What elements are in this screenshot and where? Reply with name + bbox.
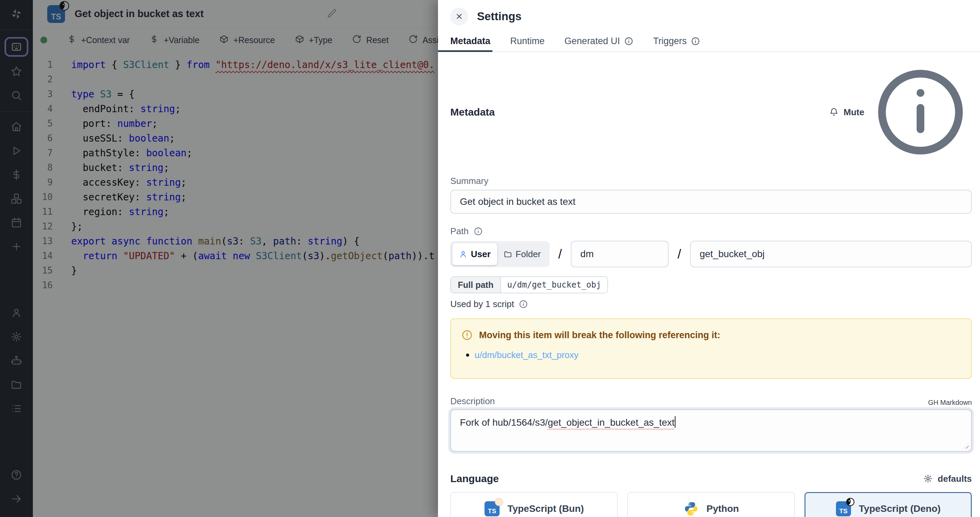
bullet [466,354,469,357]
referencing-script-link[interactable]: u/dm/bucket_as_txt_proxy [475,350,579,360]
path-owner-value: dm [580,249,594,260]
tab-metadata[interactable]: Metadata [450,31,490,51]
full-path-label: Full path [451,277,501,293]
settings-tabs: MetadataRuntimeGenerated UITriggers [438,31,980,52]
mute-info-icon[interactable] [869,61,972,163]
text-caret [675,416,675,428]
page: TS Get object in bucket as text +Context… [0,0,980,517]
path-separator: / [558,247,562,262]
full-path-value: u/dm/get_bucket_obj [501,277,608,293]
summary-label: Summary [450,176,972,186]
language-card-label: TypeScript (Bun) [508,503,584,514]
tab-label: Generated UI [565,36,620,46]
tab-runtime[interactable]: Runtime [510,31,545,51]
path-separator-2: / [678,247,681,262]
summary-value: Get object in bucket as text [460,196,576,207]
info-icon [624,36,633,46]
tab-label: Triggers [653,36,687,46]
resize-handle[interactable] [963,443,969,449]
owner-kind-toggle: User Folder [450,241,550,267]
tab-label: Runtime [510,36,545,46]
tab-generated-ui[interactable]: Generated UI [565,31,633,51]
description-label: Description [450,396,495,406]
gear-icon [923,474,933,484]
info-icon [691,36,700,46]
alert-icon [461,329,473,341]
path-row: User Folder / dm / get_bucket_obj [450,241,972,267]
language-heading: Language [450,473,499,485]
description-textarea[interactable]: Fork of hub/1564/s3/get_object_in_bucket… [450,409,972,452]
path-info-icon[interactable] [474,227,483,236]
path-name-input[interactable]: get_bucket_obj [690,241,972,267]
metadata-heading: Metadata [450,106,495,118]
close-drawer-button[interactable] [450,8,468,25]
bell-icon [829,107,839,117]
language-grid: TSTypeScript (Bun)PythonTSTypeScript (De… [450,492,972,517]
mute-button[interactable]: Mute [829,61,972,163]
used-by-info-icon[interactable] [519,300,528,309]
language-card-label: TypeScript (Deno) [859,503,941,514]
mute-label: Mute [843,107,864,117]
toggle-folder-label: Folder [515,249,541,260]
language-card-typescript-deno[interactable]: TSTypeScript (Deno) [805,492,972,517]
folder-icon [504,250,512,258]
path-name-value: get_bucket_obj [700,249,765,260]
drawer-backdrop[interactable] [0,0,438,517]
description-text: Fork of hub/1564/s3/ [460,417,548,428]
toggle-user-label: User [471,249,491,260]
drawer-header: Settings [438,0,980,31]
drawer-title: Settings [477,10,522,23]
toggle-folder[interactable]: Folder [497,243,547,265]
warning-items: u/dm/bucket_as_txt_proxy [461,350,961,360]
move-warning-box: Moving this item will break the followin… [450,318,972,379]
path-owner-input[interactable]: dm [571,241,669,267]
tab-label: Metadata [450,36,490,46]
path-label: Path [450,226,469,236]
language-defaults-button[interactable]: defaults [923,474,972,484]
full-path-badge: Full path u/dm/get_bucket_obj [450,276,608,293]
ts-bun-icon: TS [484,501,500,517]
language-card-typescript-bun[interactable]: TSTypeScript (Bun) [450,492,617,517]
warning-item: u/dm/bucket_as_txt_proxy [466,350,961,360]
tab-triggers[interactable]: Triggers [653,31,700,51]
toggle-user[interactable]: User [452,243,497,265]
used-by-text: Used by 1 script [450,299,514,309]
description-text-misspelled: get_object_in_bucket_as_text [548,417,675,428]
warning-title: Moving this item will break the followin… [479,330,720,341]
language-card-label: Python [706,503,739,514]
markdown-note: GH Markdown [928,399,972,406]
user-icon [459,250,468,258]
language-card-python[interactable]: Python [627,492,795,517]
defaults-label: defaults [937,474,972,484]
summary-input[interactable]: Get object in bucket as text [450,190,972,214]
python-icon [683,501,699,517]
drawer-body: Metadata Mute Summary Get object in buck… [438,52,980,517]
ts-deno-icon: TS [835,501,851,517]
settings-drawer: Settings MetadataRuntimeGenerated UITrig… [438,0,980,517]
